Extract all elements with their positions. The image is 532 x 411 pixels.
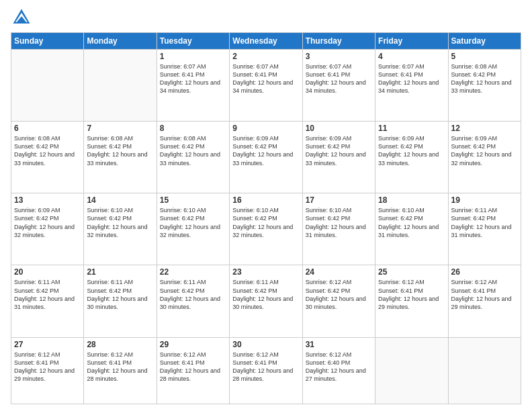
calendar-day-header: Monday [84,33,157,50]
day-number: 4 [378,52,445,61]
calendar-day-cell [375,337,448,404]
calendar-day-cell: 12Sunrise: 6:09 AM Sunset: 6:42 PM Dayli… [448,122,521,193]
calendar-day-header: Wednesday [230,33,302,50]
day-number: 1 [160,52,226,61]
day-number: 27 [14,340,81,349]
day-info: Sunrise: 6:07 AM Sunset: 6:41 PM Dayligh… [378,62,445,95]
day-number: 8 [160,124,226,133]
calendar-day-cell: 30Sunrise: 6:12 AM Sunset: 6:41 PM Dayli… [230,337,302,404]
day-number: 18 [378,195,445,205]
calendar-day-cell: 19Sunrise: 6:11 AM Sunset: 6:42 PM Dayli… [448,193,521,265]
day-info: Sunrise: 6:09 AM Sunset: 6:42 PM Dayligh… [378,134,445,167]
day-info: Sunrise: 6:09 AM Sunset: 6:42 PM Dayligh… [232,134,299,167]
page: SundayMondayTuesdayWednesdayThursdayFrid… [0,0,532,411]
calendar-day-cell: 24Sunrise: 6:12 AM Sunset: 6:42 PM Dayli… [302,265,375,337]
day-number: 20 [14,267,81,277]
day-number: 30 [232,340,299,349]
calendar-day-cell: 23Sunrise: 6:11 AM Sunset: 6:42 PM Dayli… [230,265,302,337]
calendar-day-cell: 8Sunrise: 6:08 AM Sunset: 6:42 PM Daylig… [157,122,229,193]
calendar-week-row: 13Sunrise: 6:09 AM Sunset: 6:42 PM Dayli… [11,193,521,265]
calendar-day-header: Thursday [302,33,375,50]
day-info: Sunrise: 6:08 AM Sunset: 6:42 PM Dayligh… [87,134,153,167]
day-info: Sunrise: 6:11 AM Sunset: 6:42 PM Dayligh… [232,278,299,311]
day-number: 6 [14,124,81,133]
calendar-day-cell [84,50,157,122]
day-info: Sunrise: 6:09 AM Sunset: 6:42 PM Dayligh… [451,134,518,167]
day-info: Sunrise: 6:08 AM Sunset: 6:42 PM Dayligh… [451,62,518,95]
day-number: 16 [232,195,299,205]
header [11,7,521,28]
calendar-day-cell: 7Sunrise: 6:08 AM Sunset: 6:42 PM Daylig… [84,122,157,193]
calendar-day-cell: 10Sunrise: 6:09 AM Sunset: 6:42 PM Dayli… [302,122,375,193]
calendar-day-cell: 6Sunrise: 6:08 AM Sunset: 6:42 PM Daylig… [11,122,84,193]
day-number: 24 [306,267,372,277]
day-number: 5 [451,52,518,61]
day-info: Sunrise: 6:08 AM Sunset: 6:42 PM Dayligh… [14,134,81,167]
day-info: Sunrise: 6:12 AM Sunset: 6:41 PM Dayligh… [232,351,299,383]
calendar-week-row: 1Sunrise: 6:07 AM Sunset: 6:41 PM Daylig… [11,50,521,122]
calendar-day-cell: 4Sunrise: 6:07 AM Sunset: 6:41 PM Daylig… [375,50,448,122]
day-number: 21 [87,267,153,277]
calendar-week-row: 27Sunrise: 6:12 AM Sunset: 6:41 PM Dayli… [11,337,521,404]
calendar-day-header: Saturday [448,33,521,50]
calendar-day-cell: 14Sunrise: 6:10 AM Sunset: 6:42 PM Dayli… [84,193,157,265]
calendar-day-header: Sunday [11,33,84,50]
calendar-day-cell: 11Sunrise: 6:09 AM Sunset: 6:42 PM Dayli… [375,122,448,193]
calendar-day-cell: 26Sunrise: 6:12 AM Sunset: 6:41 PM Dayli… [448,265,521,337]
day-number: 15 [160,195,226,205]
calendar-day-cell: 5Sunrise: 6:08 AM Sunset: 6:42 PM Daylig… [448,50,521,122]
calendar-day-cell: 27Sunrise: 6:12 AM Sunset: 6:41 PM Dayli… [11,337,84,404]
calendar-table: SundayMondayTuesdayWednesdayThursdayFrid… [11,32,521,404]
day-info: Sunrise: 6:12 AM Sunset: 6:41 PM Dayligh… [378,278,445,311]
day-info: Sunrise: 6:10 AM Sunset: 6:42 PM Dayligh… [232,206,299,239]
calendar-day-header: Friday [375,33,448,50]
calendar-day-cell: 16Sunrise: 6:10 AM Sunset: 6:42 PM Dayli… [230,193,302,265]
calendar-week-row: 6Sunrise: 6:08 AM Sunset: 6:42 PM Daylig… [11,122,521,193]
day-number: 19 [451,195,518,205]
calendar-day-cell: 17Sunrise: 6:10 AM Sunset: 6:42 PM Dayli… [302,193,375,265]
calendar-day-cell: 9Sunrise: 6:09 AM Sunset: 6:42 PM Daylig… [230,122,302,193]
day-number: 13 [14,195,81,205]
day-number: 11 [378,124,445,133]
day-number: 28 [87,340,153,349]
day-number: 26 [451,267,518,277]
calendar-day-cell: 22Sunrise: 6:11 AM Sunset: 6:42 PM Dayli… [157,265,229,337]
calendar-day-cell: 1Sunrise: 6:07 AM Sunset: 6:41 PM Daylig… [157,50,229,122]
day-number: 7 [87,124,153,133]
day-number: 10 [306,124,372,133]
day-number: 25 [378,267,445,277]
calendar-day-cell: 3Sunrise: 6:07 AM Sunset: 6:41 PM Daylig… [302,50,375,122]
day-info: Sunrise: 6:11 AM Sunset: 6:42 PM Dayligh… [14,278,81,311]
calendar-day-cell: 21Sunrise: 6:11 AM Sunset: 6:42 PM Dayli… [84,265,157,337]
calendar-day-cell: 15Sunrise: 6:10 AM Sunset: 6:42 PM Dayli… [157,193,229,265]
calendar-day-cell: 2Sunrise: 6:07 AM Sunset: 6:41 PM Daylig… [230,50,302,122]
day-info: Sunrise: 6:12 AM Sunset: 6:41 PM Dayligh… [160,351,226,383]
day-number: 29 [160,340,226,349]
day-number: 17 [306,195,372,205]
day-info: Sunrise: 6:07 AM Sunset: 6:41 PM Dayligh… [160,62,226,95]
day-info: Sunrise: 6:07 AM Sunset: 6:41 PM Dayligh… [232,62,299,95]
day-number: 3 [306,52,372,61]
calendar-day-cell: 28Sunrise: 6:12 AM Sunset: 6:41 PM Dayli… [84,337,157,404]
calendar-day-cell: 29Sunrise: 6:12 AM Sunset: 6:41 PM Dayli… [157,337,229,404]
day-number: 22 [160,267,226,277]
calendar-day-header: Tuesday [157,33,229,50]
day-number: 14 [87,195,153,205]
day-info: Sunrise: 6:12 AM Sunset: 6:41 PM Dayligh… [87,351,153,383]
logo [11,7,35,28]
day-info: Sunrise: 6:10 AM Sunset: 6:42 PM Dayligh… [378,206,445,239]
day-number: 2 [232,52,299,61]
calendar-day-cell [448,337,521,404]
calendar-week-row: 20Sunrise: 6:11 AM Sunset: 6:42 PM Dayli… [11,265,521,337]
day-info: Sunrise: 6:12 AM Sunset: 6:41 PM Dayligh… [14,351,81,383]
day-number: 31 [306,340,372,349]
day-info: Sunrise: 6:10 AM Sunset: 6:42 PM Dayligh… [160,206,226,239]
calendar-day-cell: 18Sunrise: 6:10 AM Sunset: 6:42 PM Dayli… [375,193,448,265]
day-info: Sunrise: 6:07 AM Sunset: 6:41 PM Dayligh… [306,62,372,95]
day-info: Sunrise: 6:12 AM Sunset: 6:42 PM Dayligh… [306,278,372,311]
day-info: Sunrise: 6:12 AM Sunset: 6:40 PM Dayligh… [306,351,372,383]
day-info: Sunrise: 6:09 AM Sunset: 6:42 PM Dayligh… [14,206,81,239]
calendar-day-cell: 31Sunrise: 6:12 AM Sunset: 6:40 PM Dayli… [302,337,375,404]
day-info: Sunrise: 6:11 AM Sunset: 6:42 PM Dayligh… [87,278,153,311]
day-number: 12 [451,124,518,133]
